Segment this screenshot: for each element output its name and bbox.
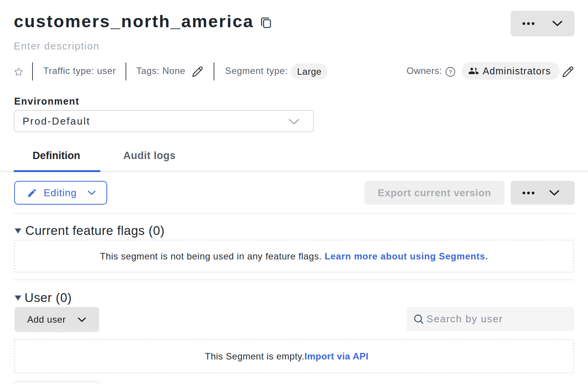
- svg-text:?: ?: [449, 69, 452, 75]
